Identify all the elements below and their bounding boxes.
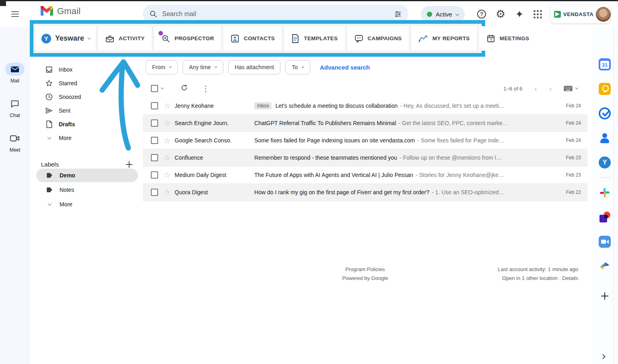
email-row[interactable]: ☆ Search Engine Journ. ChatGPT Referral … [143,115,587,132]
slack-addon-button[interactable] [598,186,611,199]
google-calendar-button[interactable]: 31 [598,58,611,71]
keyboard-icon [564,86,573,91]
yesware-tab-meetings[interactable]: MEETINGS [479,26,536,51]
yesware-addon-button[interactable]: Y [598,156,611,169]
advanced-search-link[interactable]: Advanced search [320,64,370,71]
row-checkbox[interactable] [151,137,158,144]
yesware-logo-icon: Y [41,34,51,43]
filter-chip-has-attachment[interactable]: Has attachment [228,60,280,74]
search-options-icon[interactable] [394,10,402,18]
sidebar-item-snoozed[interactable]: Snoozed [30,90,143,104]
star-icon[interactable]: ☆ [164,119,171,128]
input-tools-button[interactable] [564,86,578,91]
row-checkbox[interactable] [151,171,158,179]
sidebar-item-starred[interactable]: Starred [30,76,143,90]
sidebar-item-sent[interactable]: Sent [30,104,143,117]
refresh-button[interactable] [180,84,188,93]
row-checkbox[interactable] [151,154,158,161]
rail-item-meet[interactable]: Meet [5,132,25,153]
star-icon[interactable]: ☆ [164,188,171,197]
google-keep-button[interactable] [598,82,611,95]
gmail-logo: Gmail [40,6,80,16]
star-icon[interactable]: ☆ [164,153,171,162]
row-checkbox[interactable] [151,102,158,109]
labels-more[interactable]: More [36,197,138,211]
label-notes[interactable]: Notes [36,183,138,197]
show-side-panel-button[interactable] [600,354,606,359]
star-icon[interactable]: ☆ [164,171,171,180]
email-row[interactable]: ☆ Confluence Remember to respond - these… [143,149,587,167]
account-chip[interactable]: VENDASTA [550,5,611,23]
help-button[interactable]: ? [475,8,488,21]
arrow-app-icon [599,261,610,271]
google-tasks-button[interactable] [598,107,611,120]
yesware-brand-menu[interactable]: Y Yesware [36,26,96,51]
email-snippet: - Hey, As discussed, let's set up a meet… [400,103,505,109]
filter-chip-to[interactable]: To [285,60,310,74]
video-addon-button[interactable] [598,235,611,248]
yesware-tab-activity[interactable]: ACTIVITY [98,26,152,51]
create-label-button[interactable] [126,161,132,168]
get-addons-button[interactable] [601,292,608,300]
email-row[interactable]: ☆ Quora Digest How do I rank my gig on t… [143,184,587,201]
sidebar-item-more[interactable]: More [30,131,143,145]
google-contacts-button[interactable] [598,132,611,144]
email-sender: Search Engine Journ. [175,120,254,126]
sidebar-item-inbox[interactable]: Inbox [30,63,143,76]
email-sender: Jenny Keohane [175,103,254,109]
hamburger-menu-icon[interactable] [10,9,20,19]
row-checkbox[interactable] [151,189,158,196]
more-options-button[interactable]: ⋮ [202,85,210,93]
row-checkbox[interactable] [151,119,158,127]
yesware-tab-templates[interactable]: TEMPLATES [284,26,344,51]
gmail-m-icon [40,6,54,16]
email-row[interactable]: ☆ Medium Daily Digest The Future of Apps… [143,167,587,184]
chevron-down-icon [47,202,52,206]
calendar-icon: 31 [599,58,611,70]
gmail-window: Gmail Active ? ⚙ ✦ [0,0,618,364]
email-subject: The Future of Apps with AI Agents and Ve… [254,172,413,178]
labels-header: Labels [30,161,143,168]
yesware-tab-contacts[interactable]: CONTACTS [223,26,282,51]
gemini-button[interactable]: ✦ [513,8,526,21]
draft-icon [45,120,53,128]
email-date: Feb 23 [553,172,581,178]
select-all-checkbox[interactable] [151,85,158,92]
select-dropdown-icon[interactable] [161,86,164,89]
chevron-down-icon [455,12,459,16]
settings-button[interactable]: ⚙ [494,8,507,21]
email-date: Feb 24 [553,138,581,143]
chevron-down-icon [169,65,172,68]
older-page-button[interactable]: › [549,85,552,93]
email-row[interactable]: ☆ Google Search Conso. Some fixes failed… [143,132,587,149]
user-avatar[interactable] [596,7,611,22]
yesware-tab-my-reports[interactable]: MY REPORTS [411,26,477,51]
email-snippet: - Stories for Jenny Keohane@jke… [416,172,504,178]
video-camera-icon [10,135,20,142]
label-demo[interactable]: Demo [36,169,138,182]
arrow-addon-button[interactable] [598,260,611,273]
rail-item-chat[interactable]: Chat [5,97,25,118]
help-icon: ? [477,10,486,19]
account-activity-details[interactable]: Open in 1 other location · Details [498,274,578,283]
chevron-down-icon [47,136,51,140]
last-account-activity: Last account activity: 1 minute ago [498,265,578,274]
list-footer-right: Last account activity: 1 minute ago Open… [498,265,578,283]
email-sender: Google Search Conso. [175,137,254,144]
google-apps-button[interactable] [531,8,544,21]
yesware-tab-prospector[interactable]: PROSPECTOR [154,26,221,51]
yesware-tab-campaigns[interactable]: CAMPAIGNS [347,26,409,51]
newer-page-button[interactable]: ‹ [534,85,537,93]
search-input[interactable] [162,10,389,18]
email-row[interactable]: ☆ Jenny Keohane Inbox Let's schedule a m… [143,97,587,115]
chat-icon [10,99,19,108]
side-panel-rail: 31 Y [591,27,618,364]
sidebar-item-drafts[interactable]: Drafts [30,117,143,131]
filter-chip-from[interactable]: From [146,60,178,74]
clock-icon [45,93,53,101]
star-icon[interactable]: ☆ [164,101,171,111]
star-icon[interactable]: ☆ [164,136,171,145]
rail-item-mail[interactable]: Mail [5,63,25,84]
purple-addon-button[interactable] [598,211,611,224]
filter-chip-anytime[interactable]: Any time [183,60,223,74]
